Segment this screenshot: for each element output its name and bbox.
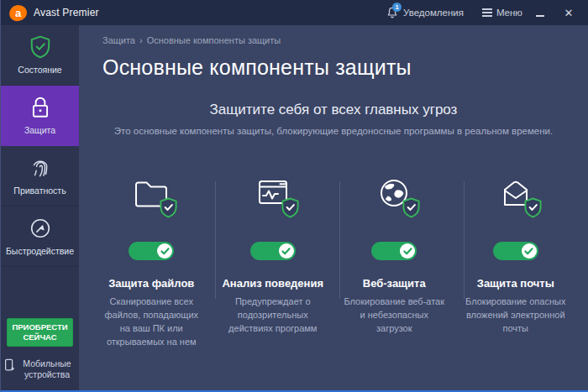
card-web-shield: Веб-защита Блокирование веб-атак и небез…	[333, 176, 455, 348]
card-description: Сканирование всех файлов, попадающих на …	[99, 295, 204, 348]
card-description: Предупреждает о подозрительных действиях…	[221, 295, 326, 335]
shield-check-badge-icon	[402, 197, 421, 222]
close-button[interactable]: ✕	[558, 0, 580, 25]
sidebar: Состояние Защита	[1, 25, 79, 390]
toggle-knob-check-icon	[400, 243, 415, 259]
titlebar: a Avast Premier 1 Уведомления Меню ✕	[1, 0, 588, 25]
sidebar-item-protection[interactable]: Защита	[1, 86, 79, 146]
breadcrumb-parent[interactable]: Защита	[102, 35, 135, 45]
shield-check-icon	[29, 35, 52, 59]
bell-icon: 1	[386, 6, 399, 19]
fingerprint-icon	[29, 156, 52, 180]
breadcrumb-separator: ›	[139, 35, 143, 45]
sidebar-item-label: Приватность	[13, 186, 66, 196]
minimize-button[interactable]	[529, 0, 551, 25]
avast-window: a Avast Premier 1 Уведомления Меню ✕	[0, 0, 588, 392]
notification-count-badge: 1	[392, 3, 402, 12]
card-mail-shield: Защита почты Блокирование опасных вложен…	[455, 176, 577, 348]
behavior-shield-toggle[interactable]	[250, 242, 296, 260]
breadcrumb: Защита › Основные компоненты защиты	[102, 35, 588, 45]
page-title: Основные компоненты защиты	[102, 55, 588, 80]
sidebar-item-privacy[interactable]: Приватность	[1, 146, 79, 206]
breadcrumb-current: Основные компоненты защиты	[147, 35, 281, 45]
web-shield-toggle[interactable]	[371, 242, 417, 260]
file-shield-toggle[interactable]	[129, 242, 174, 260]
sidebar-item-label: Быстродействие	[6, 246, 74, 256]
mobile-devices-link[interactable]: Мобильные устройства	[1, 358, 79, 380]
shield-check-badge-icon	[159, 197, 178, 222]
toggle-knob-check-icon	[522, 243, 537, 259]
mail-icon	[496, 176, 536, 220]
hero-description: Это основные компоненты защиты, блокирую…	[102, 126, 564, 136]
hero-heading: Защитите себя от всех главных угроз	[102, 102, 564, 118]
toggle-knob-check-icon	[279, 243, 294, 259]
card-file-shield: Защита файлов Сканирование всех файлов, …	[91, 176, 213, 348]
card-title: Защита файлов	[108, 277, 194, 290]
card-description: Блокирование опасных вложений электронно…	[464, 295, 569, 335]
minimize-icon	[536, 15, 544, 17]
folder-icon	[131, 176, 171, 220]
hero-section: Защитите себя от всех главных угроз Это …	[102, 102, 588, 136]
mobile-devices-label: Мобильные устройства	[18, 358, 76, 380]
shield-check-badge-icon	[523, 197, 543, 222]
card-behavior-shield: Анализ поведения Предупреждает о подозри…	[213, 176, 334, 348]
shield-check-badge-icon	[281, 197, 300, 222]
menu-button[interactable]: Меню	[482, 8, 522, 18]
mobile-device-icon	[4, 358, 15, 374]
toggle-knob-check-icon	[157, 243, 172, 259]
notifications-label: Уведомления	[403, 8, 464, 18]
card-title: Анализ поведения	[222, 277, 323, 290]
sidebar-item-status[interactable]: Состояние	[1, 25, 79, 86]
sidebar-item-label: Защита	[24, 125, 55, 135]
avast-logo-icon: a	[8, 3, 28, 22]
notifications-button[interactable]: 1 Уведомления	[386, 6, 464, 19]
card-title: Веб-защита	[363, 277, 426, 290]
sidebar-item-label: Состояние	[18, 65, 61, 75]
card-divider	[464, 181, 465, 299]
hamburger-icon	[482, 8, 492, 17]
app-title: Avast Premier	[34, 7, 99, 18]
sidebar-bottom: ПРИОБРЕСТИ СЕЙЧАС Мобильные устройства	[1, 318, 79, 390]
window-body: Состояние Защита	[1, 25, 588, 390]
menu-label: Меню	[496, 8, 522, 18]
lock-icon	[29, 96, 52, 119]
sidebar-item-performance[interactable]: Быстродействие	[1, 206, 79, 267]
card-divider	[215, 181, 216, 299]
protection-cards: Защита файлов Сканирование всех файлов, …	[91, 176, 588, 348]
globe-icon	[374, 176, 414, 220]
card-divider	[339, 181, 340, 299]
app-pulse-icon	[253, 176, 293, 220]
mail-shield-toggle[interactable]	[493, 242, 538, 260]
card-description: Блокирование веб-атак и небезопасных заг…	[342, 295, 447, 335]
card-title: Защита почты	[477, 277, 554, 290]
main-content: Защита › Основные компоненты защиты Осно…	[79, 25, 588, 390]
buy-now-button[interactable]: ПРИОБРЕСТИ СЕЙЧАС	[7, 318, 73, 347]
gauge-icon	[29, 217, 52, 240]
